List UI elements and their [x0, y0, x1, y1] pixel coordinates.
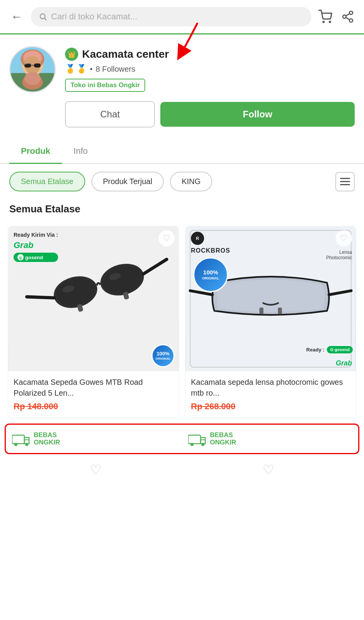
svg-point-0: [40, 14, 45, 19]
cart-icon[interactable]: [317, 8, 334, 25]
dot-separator: •: [90, 65, 93, 74]
gosend-badge-1: g gosend: [14, 253, 58, 262]
filter-menu-button[interactable]: [335, 172, 355, 191]
svg-rect-40: [188, 435, 201, 444]
bebas-text-2: BEBAS ONGKIR: [210, 432, 236, 446]
products-grid: Ready Kirim Via : Grab g gosend 100% ORI…: [0, 223, 364, 421]
bottom-wishlist-1[interactable]: ♡: [9, 462, 182, 477]
filter-label-2: KING: [182, 177, 201, 186]
svg-point-20: [24, 72, 41, 85]
product-title-1: Kacamata Sepeda Gowes MTB Road Polarized…: [14, 377, 173, 398]
tab-info-label: Info: [74, 146, 88, 156]
menu-line-1: [340, 178, 350, 179]
ready-kirim-text: Ready Kirim Via :: [14, 232, 58, 238]
tabs-bar: Produk Info: [0, 139, 364, 164]
avatar-image: [10, 47, 55, 91]
bebas-ongkir-section: BEBAS ONGKIR BEBAS ONGKIR: [5, 424, 359, 454]
bottom-wishlist-2[interactable]: ♡: [182, 462, 355, 477]
svg-text:👑: 👑: [68, 51, 76, 58]
truck-icon-1: [12, 432, 31, 446]
product-info-2: Kacamata sepeda lensa photocromic gowes …: [185, 371, 356, 418]
svg-point-38: [14, 443, 17, 446]
search-icon: [39, 12, 47, 21]
red-arrow-annotation: [167, 15, 213, 62]
medal-icons: 🥇 🥇: [65, 64, 87, 74]
followers-count: 8 Followers: [96, 65, 135, 74]
product-price-2: Rp 268.000: [191, 401, 350, 412]
svg-point-39: [25, 443, 28, 446]
medal-1: 🥇: [65, 64, 76, 74]
bebas-ongkir-cell-2: BEBAS ONGKIR: [182, 425, 358, 453]
product-1-badges: Ready Kirim Via : Grab g gosend: [14, 232, 58, 262]
svg-line-8: [346, 14, 350, 16]
product-info-1: Kacamata Sepeda Gowes MTB Road Polarized…: [8, 371, 179, 418]
grab-badge-1: Grab: [14, 241, 58, 250]
search-placeholder-text: Cari di toko Kacamat...: [51, 12, 137, 22]
grab-bottom-label: Grab: [336, 359, 352, 367]
svg-point-3: [330, 21, 331, 22]
filter-produk-terjual[interactable]: Produk Terjual: [91, 172, 164, 191]
ready-label: Ready :: [306, 347, 325, 353]
svg-rect-37: [12, 435, 24, 444]
menu-line-2: [340, 181, 350, 182]
free-shipping-label: Toko ini Bebas Ongkir: [70, 81, 140, 89]
rockbros-name: ROCKBROS: [191, 247, 230, 254]
filter-label-1: Produk Terjual: [103, 177, 152, 186]
medal-2: 🥇: [76, 64, 87, 74]
tab-info[interactable]: Info: [62, 139, 100, 163]
bebas-ongkir-cell-1: BEBAS ONGKIR: [6, 425, 182, 453]
truck-icon-2: [188, 432, 207, 446]
follow-button[interactable]: Follow: [160, 102, 355, 127]
svg-line-1: [45, 18, 46, 20]
original-badge-2: 100% ORIGINAL: [193, 257, 228, 292]
chat-button[interactable]: Chat: [65, 101, 155, 127]
menu-line-3: [340, 184, 350, 185]
store-name: Kacamata center: [82, 48, 169, 60]
svg-point-41: [191, 443, 194, 446]
product-image-2: R ROCKBROS 100% ORIGINAL Lensa Photocrom…: [185, 226, 356, 371]
product-title-2: Kacamata sepeda lensa photocromic gowes …: [191, 377, 350, 398]
svg-rect-17: [34, 64, 41, 67]
store-avatar: [9, 46, 56, 93]
svg-point-2: [323, 21, 324, 22]
rockbros-logo: R: [191, 232, 204, 245]
svg-point-42: [201, 443, 204, 446]
gosend-small-badge: ⊙ gosend: [327, 346, 353, 353]
tab-produk[interactable]: Produk: [9, 139, 62, 163]
free-shipping-badge: Toko ini Bebas Ongkir: [65, 79, 145, 92]
filter-label-0: Semua Etalase: [21, 177, 74, 186]
ready-gosend-label: Ready : ⊙ gosend: [306, 346, 353, 353]
svg-rect-36: [278, 308, 282, 314]
product-price-1: Rp 148.000: [14, 401, 173, 412]
filter-king[interactable]: KING: [170, 172, 212, 191]
original-badge-1: 100% ORIGINAL: [151, 344, 175, 367]
photocromic-label: Lensa Photocromic: [326, 250, 352, 260]
wishlist-button-2[interactable]: ♡: [336, 230, 352, 246]
tab-produk-label: Produk: [21, 146, 50, 156]
filter-row: Semua Etalase Produk Terjual KING: [0, 164, 364, 199]
svg-rect-35: [259, 308, 263, 314]
share-icon[interactable]: [339, 8, 356, 25]
store-verified-icon: 👑: [65, 48, 78, 61]
store-actions: Chat Follow: [65, 101, 355, 127]
wishlist-button-1[interactable]: ♡: [158, 230, 175, 246]
product-image-1: Ready Kirim Via : Grab g gosend 100% ORI…: [8, 226, 179, 371]
svg-line-7: [346, 17, 350, 20]
back-button[interactable]: ←: [8, 9, 26, 25]
filter-semua-etalase[interactable]: Semua Etalase: [9, 172, 85, 191]
product-card-1[interactable]: Ready Kirim Via : Grab g gosend 100% ORI…: [8, 226, 179, 418]
followers-row: 🥇 🥇 • 8 Followers: [65, 64, 355, 74]
bottom-wishlist-row: ♡ ♡: [0, 454, 364, 485]
bebas-text-1: BEBAS ONGKIR: [34, 432, 60, 446]
product-card-2[interactable]: R ROCKBROS 100% ORIGINAL Lensa Photocrom…: [185, 226, 356, 418]
section-title: Semua Etalase: [0, 199, 364, 223]
